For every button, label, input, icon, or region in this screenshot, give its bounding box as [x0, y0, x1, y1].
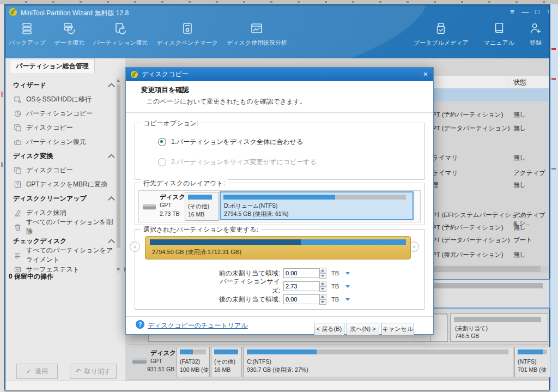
trash-icon [14, 224, 21, 231]
app-logo-icon [9, 8, 17, 19]
disk3-row: ディスク 3 GPT 931.51 GB (FAT32) 100 MB (使 (… [129, 344, 549, 380]
tutorial-link[interactable]: ディスクコピーのチュートリアル [148, 321, 248, 330]
spinner[interactable] [319, 268, 326, 279]
target-layout-group: 行先ディスクのレイアウト: ディスク 2 GPT 2.73 TB (その他) 1… [135, 183, 424, 225]
dialog-close-button[interactable]: × [423, 70, 428, 79]
backup-icon [21, 22, 34, 35]
radio-selected-icon[interactable] [158, 138, 166, 146]
dialog-heading: 変更項目を確認 [141, 86, 189, 95]
disk-copy-icon [14, 167, 21, 174]
sidebar-section-wizard[interactable]: ウィザード [5, 78, 117, 92]
partition-bar-used [150, 239, 301, 245]
disk3-partition-other[interactable]: (その他) 16 MB [211, 347, 242, 377]
partition-recovery-icon [114, 22, 127, 35]
dialog-title: ディスクコピー [142, 70, 189, 79]
dialog-titlebar: ディスクコピー × [126, 68, 433, 81]
toolbar-backup-button[interactable]: バックアップ [9, 22, 46, 47]
desktop-top-strip [0, 0, 558, 4]
toolbar-data-recovery-button[interactable]: データ復元 [54, 22, 85, 47]
unallocated-after-input[interactable] [283, 294, 319, 304]
diskmap-unallocated-block[interactable]: (未割り当て) 746.5 GB [450, 313, 548, 342]
sidebar-scrollbar[interactable] [116, 77, 121, 273]
undo-icon: ↶ [76, 367, 81, 375]
check-icon: ✓ [26, 367, 32, 375]
sidebar-item-partition-recovery[interactable]: パーティション復元 [5, 135, 117, 149]
spinner[interactable] [319, 281, 326, 292]
separator [126, 316, 433, 317]
target-partition-other[interactable]: (その他) 16 MB [185, 192, 219, 221]
sidebar-section-disk-convert[interactable]: ディスク変換 [5, 149, 117, 163]
partition-copy-icon [14, 110, 21, 117]
sidebar-item-delete-all-partitions[interactable]: すべてのパーティションを削除 [5, 220, 117, 234]
spin-down-icon[interactable] [319, 273, 326, 279]
toolbar-left: バックアップ データ復元 パーティション復元 ディスクベンチマーク ディスク使用… [9, 22, 287, 47]
help-icon[interactable]: ? [136, 320, 144, 329]
target-disk-panel: ディスク 2 GPT 2.73 TB (その他) 16 MB D:ボリューム(N… [138, 190, 421, 222]
partition-resize-bar[interactable]: 2794.50 GB (使用済:1712.31 GB) [145, 236, 411, 260]
chevron-left-icon[interactable]: ‹ [130, 242, 140, 252]
radio-unselected-icon[interactable] [158, 158, 166, 166]
cancel-button[interactable]: キャンセル [381, 323, 414, 335]
spin-up-icon[interactable] [319, 294, 326, 299]
usage-bar-free [543, 349, 547, 354]
edit-partition-legend: 選択されたパーティションを変更する: [141, 225, 261, 234]
sidebar-section-disk-cleanup[interactable]: ディスククリーンアップ [5, 191, 117, 206]
usage-bar-used [223, 195, 335, 200]
copy-option-2[interactable]: 2.パーティションをサイズ変更せずにコピーする [158, 158, 317, 167]
scroll-up-icon[interactable] [117, 79, 120, 82]
tab-partition-management[interactable]: パーティション総合管理 [10, 59, 95, 73]
copy-option-1[interactable]: 1.パーティションをディスク全体に合わせる [158, 137, 303, 147]
minimize-button[interactable]: — [520, 8, 531, 16]
sidebar-item-partition-copy[interactable]: パーティションコピー [5, 106, 117, 120]
desktop-left-strip [0, 4, 4, 392]
spin-up-icon[interactable] [319, 268, 326, 273]
spinner[interactable] [319, 294, 326, 305]
disk-erase-icon [14, 209, 21, 216]
back-button[interactable]: < 戻る(B) [314, 323, 344, 335]
close-button[interactable]: × [544, 8, 549, 16]
sidebar-item-disk-copy-2[interactable]: ディスクコピー [5, 163, 117, 177]
desktop-right-strip [550, 4, 558, 392]
sidebar-section-check-disk[interactable]: チェックディスク [5, 234, 117, 248]
toolbar-bootable-media-button[interactable]: ブータブルメディア [414, 22, 469, 47]
sidebar-item-disk-copy[interactable]: ディスクコピー [5, 120, 117, 135]
unallocated-before-input[interactable] [283, 268, 319, 278]
scroll-down-icon[interactable] [117, 268, 120, 271]
unit-dropdown-icon[interactable] [345, 272, 350, 275]
copy-options-legend: コピーオプション: [141, 119, 201, 128]
spin-down-icon[interactable] [319, 286, 326, 292]
toolbar-manual-button[interactable]: マニュアル [484, 22, 514, 47]
edit-partition-group: 選択されたパーティションを変更する: ‹ › 2794.50 GB (使用済:1… [135, 229, 424, 310]
undo-button[interactable]: ↶ 取り消す [70, 364, 117, 379]
toolbar-disk-benchmark-button[interactable]: ディスクベンチマーク [157, 22, 218, 47]
partition-size-input[interactable] [283, 281, 319, 291]
disk3-partition-c[interactable]: C:(NTFS) 930.7 GB (使用済: 27%) [243, 347, 513, 377]
toolbar-partition-recovery-button[interactable]: パーティション復元 [93, 22, 148, 47]
spin-up-icon[interactable] [319, 281, 326, 286]
unit-dropdown-icon[interactable] [345, 298, 350, 301]
toolbar-register-button[interactable]: 登録 [530, 22, 542, 47]
disk-benchmark-icon [181, 22, 194, 35]
collapse-caret-icon [108, 196, 115, 203]
maximize-button[interactable]: □ [532, 8, 543, 16]
menu-icon[interactable]: ≡ [507, 8, 518, 16]
dialog-logo-icon [130, 70, 138, 79]
toolbar-disk-usage-analysis-button[interactable]: ディスク使用状況分析 [227, 22, 287, 47]
disk-icon [142, 203, 156, 211]
desktop-artifact [1, 162, 3, 167]
sidebar-item-gpt-to-mbr[interactable]: GPTディスクをMBRに変換 [5, 177, 117, 191]
sidebar-item-migrate-os[interactable]: OSをSSD/HDDに移行 [5, 92, 117, 106]
disk3-partition-fat32[interactable]: (FAT32) 100 MB (使 [177, 347, 210, 377]
scrollbar-thumb[interactable] [117, 85, 120, 248]
apply-button[interactable]: ✓ 適用 [16, 364, 58, 379]
target-partition-d[interactable]: D:ボリューム(NTFS) 2794.5 GB (使用済: 61%) [220, 191, 414, 220]
target-disk-type: GPT [160, 202, 172, 208]
sidebar-item-align-partitions[interactable]: すべてのパーティションをアライメント [5, 248, 117, 262]
migrate-os-icon [14, 96, 21, 103]
spin-down-icon[interactable] [319, 299, 326, 305]
partition-recovery-small-icon [14, 138, 21, 146]
radio-dot [160, 140, 163, 143]
disk3-partition-ntfs[interactable]: (NTFS) 701 MB (使 [514, 347, 550, 377]
next-button[interactable]: 次へ(N) > [347, 323, 379, 335]
unit-dropdown-icon[interactable] [345, 285, 350, 288]
